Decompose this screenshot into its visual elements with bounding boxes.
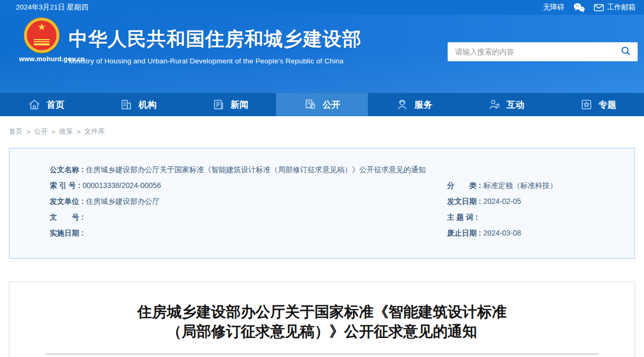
keywords-row: 主 题 词 : [447, 209, 613, 225]
nav-item-news[interactable]: 新闻 [184, 93, 276, 116]
breadcrumb-separator: > [52, 128, 56, 136]
search-icon [620, 45, 631, 59]
wechat-icon [573, 2, 585, 13]
article-title: 住房城乡建设部办公厅关于国家标准《智能建筑设计标准 （局部修订征求意见稿）》公开… [10, 302, 634, 341]
nav-item-home[interactable]: 首页 [0, 93, 92, 116]
site-title: 中华人民共和国住房和城乡建设部 [69, 26, 362, 52]
site-title-block[interactable]: 中华人民共和国住房和城乡建设部 Ministry of Housing and … [69, 26, 362, 65]
topics-icon [580, 98, 593, 111]
doc-name-label: 公文名称 [50, 165, 79, 174]
doc-name-value: 住房城乡建设部办公厅关于国家标准《智能建筑设计标准（局部修订征求意见稿）》公开征… [86, 165, 425, 174]
index-number-value: 000013338/2024-00056 [82, 181, 161, 190]
nav-label: 服务 [414, 99, 432, 111]
nav-label: 互动 [507, 99, 525, 111]
index-number-row: 索 引 号 : 000013338/2024-00056 [50, 177, 447, 193]
implementation-date-label: 实施日期 [50, 229, 79, 237]
label-colon: : [79, 165, 86, 174]
accessibility-link[interactable]: 无障碍 [543, 3, 565, 12]
wechat-link[interactable] [573, 2, 585, 13]
category-value: 标准定额（标准科技） [483, 181, 557, 190]
doc-info-left-column: 索 引 号 : 000013338/2024-00056 发文单位 : 住房城乡… [50, 177, 447, 241]
news-icon [212, 98, 225, 111]
breadcrumb-policy[interactable]: 政策 [59, 127, 73, 136]
title-divider [45, 353, 599, 355]
breadcrumb: 首页 > 公开 > 政策 > 文件库 [0, 116, 644, 136]
article-content-box: 住房城乡建设部办公厅关于国家标准《智能建筑设计标准 （局部修订征求意见稿）》公开… [9, 281, 635, 357]
label-colon: : [477, 181, 483, 190]
keywords-label: 主 题 词 [447, 213, 473, 221]
nav-label: 机构 [138, 99, 156, 111]
nav-item-disclosure[interactable]: 公开 [276, 93, 368, 116]
issue-date-row: 发文日期 : 2024-02-05 [447, 193, 613, 209]
home-icon [27, 98, 41, 111]
document-info-box: 公文名称 : 住房城乡建设部办公厅关于国家标准《智能建筑设计标准（局部修订征求意… [9, 148, 635, 259]
search-input[interactable] [448, 42, 613, 61]
issue-date-label: 发文日期 [447, 197, 477, 205]
disclosure-icon [304, 98, 317, 111]
nav-item-interaction[interactable]: 互动 [460, 93, 552, 116]
interaction-icon [488, 98, 501, 111]
index-number-label: 索 引 号 [50, 181, 76, 190]
label-colon: : [79, 213, 86, 221]
breadcrumb-document-library: 文件库 [84, 127, 105, 136]
doc-name-row: 公文名称 : 住房城乡建设部办公厅关于国家标准《智能建筑设计标准（局部修订征求意… [50, 162, 613, 177]
emblem-gate-icon [34, 39, 50, 45]
top-utility-bar: 2024年3月21日 星期四 无障碍 [0, 0, 644, 15]
breadcrumb-disclosure[interactable]: 公开 [34, 127, 48, 136]
issuing-unit-value: 住房城乡建设部办公厅 [86, 197, 159, 205]
services-icon [395, 98, 409, 111]
label-colon: : [477, 197, 483, 205]
breadcrumb-separator: > [77, 128, 81, 136]
category-row: 分 类 : 标准定额（标准科技） [447, 177, 613, 193]
site-logo[interactable]: ★ www.mohurd.gov.cn [19, 18, 64, 63]
nav-label: 新闻 [231, 99, 249, 111]
label-colon: : [79, 197, 86, 205]
label-colon: : [477, 229, 483, 237]
breadcrumb-separator: > [26, 128, 31, 136]
doc-info-columns: 索 引 号 : 000013338/2024-00056 发文单位 : 住房城乡… [50, 177, 613, 241]
search-button[interactable] [613, 42, 638, 61]
topbar-links: 无障碍 [543, 2, 636, 13]
label-colon: : [79, 229, 86, 237]
emblem-star-icon: ★ [37, 22, 46, 32]
repeal-date-value: 2024-03-08 [483, 229, 521, 237]
nav-item-topics[interactable]: 专题 [552, 93, 644, 116]
site-banner: ★ www.mohurd.gov.cn 中华人民共和国住房和城乡建设部 Mini… [0, 15, 644, 93]
main-nav: 首页 机构 新闻 [0, 93, 644, 116]
nav-item-organization[interactable]: 机构 [92, 93, 184, 116]
site-url: www.mohurd.gov.cn [19, 55, 64, 63]
document-number-row: 文 号 : [50, 209, 447, 225]
accessibility-label: 无障碍 [543, 3, 565, 12]
label-colon: : [76, 181, 82, 190]
search-box [448, 42, 638, 61]
document-number-label: 文 号 [50, 213, 79, 221]
national-emblem-icon: ★ [24, 18, 59, 53]
issuing-unit-label: 发文单位 [50, 197, 79, 205]
work-mailbox-label: 工作邮箱 [607, 3, 636, 12]
category-label: 分 类 [447, 181, 477, 190]
issuing-unit-row: 发文单位 : 住房城乡建设部办公厅 [50, 193, 447, 209]
current-date: 2024年3月21日 星期四 [16, 3, 88, 12]
issue-date-value: 2024-02-05 [483, 197, 521, 205]
work-mailbox-link[interactable]: 工作邮箱 [594, 3, 636, 12]
nav-label: 公开 [323, 99, 340, 111]
nav-label: 专题 [599, 99, 617, 111]
breadcrumb-home[interactable]: 首页 [9, 127, 23, 136]
organization-icon [119, 98, 133, 111]
repeal-date-row: 废止日期 : 2024-03-08 [447, 225, 613, 241]
nav-label: 首页 [46, 99, 64, 111]
nav-item-services[interactable]: 服务 [368, 93, 460, 116]
site-subtitle-en: Ministry of Housing and Urban-Rural Deve… [69, 57, 362, 65]
implementation-date-row: 实施日期 : [50, 225, 447, 241]
label-colon: : [473, 213, 480, 221]
repeal-date-label: 废止日期 [447, 229, 477, 237]
envelope-icon [594, 4, 604, 12]
doc-info-right-column: 分 类 : 标准定额（标准科技） 发文日期 : 2024-02-05 主 题 词… [447, 177, 613, 241]
